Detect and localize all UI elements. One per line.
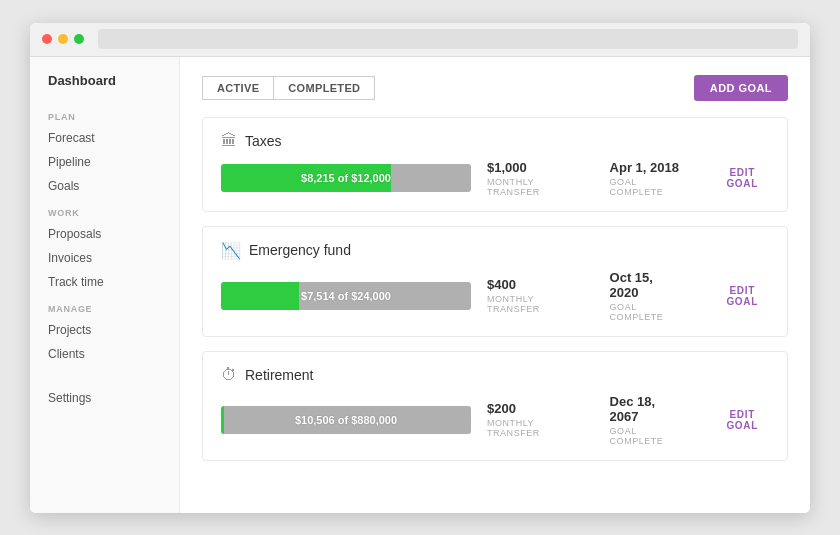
progress-fill-emergency (221, 282, 299, 310)
goal-meta-taxes: $1,000 MONTHLY TRANSFER Apr 1, 2018 GOAL… (487, 160, 769, 197)
goal-card-taxes: 🏛 Taxes $8,215 of $12,000 $1,000 MONTHLY… (202, 117, 788, 212)
browser-bar (30, 23, 810, 57)
tabs-group: ACTIVE COMPLETED (202, 76, 375, 100)
tab-completed[interactable]: COMPLETED (273, 76, 375, 100)
progress-fill-retirement (221, 406, 224, 434)
main-content: ACTIVE COMPLETED ADD GOAL 🏛 Taxes $8,215… (180, 57, 810, 513)
edit-goal-button-retirement[interactable]: EDIT GOAL (715, 409, 769, 431)
transfer-value-retirement: $200 (487, 401, 578, 416)
sidebar-item-goals[interactable]: Goals (30, 174, 179, 198)
sidebar-item-forecast[interactable]: Forecast (30, 126, 179, 150)
progress-bar-emergency: $7,514 of $24,000 (221, 282, 471, 310)
tab-active[interactable]: ACTIVE (202, 76, 273, 100)
goal-title-emergency: Emergency fund (249, 242, 351, 258)
complete-date-retirement: Dec 18, 2067 (610, 394, 684, 424)
goal-card-retirement: ⏱ Retirement $10,506 of $880,000 $200 MO… (202, 351, 788, 461)
goal-body-emergency: $7,514 of $24,000 $400 MONTHLY TRANSFER … (221, 270, 769, 322)
add-goal-button[interactable]: ADD GOAL (694, 75, 788, 101)
progress-bar-taxes: $8,215 of $12,000 (221, 164, 471, 192)
complete-label-retirement: GOAL COMPLETE (610, 426, 684, 446)
sidebar-logo: Dashboard (30, 73, 179, 102)
goal-header-retirement: ⏱ Retirement (221, 366, 769, 384)
tabs-row: ACTIVE COMPLETED ADD GOAL (202, 75, 788, 101)
meta-transfer-taxes: $1,000 MONTHLY TRANSFER (487, 160, 578, 197)
transfer-label-retirement: MONTHLY TRANSFER (487, 418, 578, 438)
transfer-value-emergency: $400 (487, 277, 578, 292)
meta-complete-emergency: Oct 15, 2020 GOAL COMPLETE (610, 270, 684, 322)
meta-complete-taxes: Apr 1, 2018 GOAL COMPLETE (610, 160, 684, 197)
close-dot[interactable] (42, 34, 52, 44)
sidebar-item-invoices[interactable]: Invoices (30, 246, 179, 270)
minimize-dot[interactable] (58, 34, 68, 44)
progress-label-retirement: $10,506 of $880,000 (295, 414, 397, 426)
sidebar-item-projects[interactable]: Projects (30, 318, 179, 342)
sidebar-item-settings[interactable]: Settings (30, 386, 179, 410)
goal-title-taxes: Taxes (245, 133, 282, 149)
url-bar[interactable] (98, 29, 798, 49)
sidebar-item-proposals[interactable]: Proposals (30, 222, 179, 246)
edit-goal-button-taxes[interactable]: EDIT GOAL (715, 167, 769, 189)
sidebar-item-clients[interactable]: Clients (30, 342, 179, 366)
meta-transfer-retirement: $200 MONTHLY TRANSFER (487, 401, 578, 438)
transfer-label-emergency: MONTHLY TRANSFER (487, 294, 578, 314)
sidebar-section-manage: MANAGE (30, 294, 179, 318)
complete-date-emergency: Oct 15, 2020 (610, 270, 684, 300)
progress-label-emergency: $7,514 of $24,000 (301, 290, 391, 302)
app-body: Dashboard PLAN Forecast Pipeline Goals W… (30, 57, 810, 513)
sidebar: Dashboard PLAN Forecast Pipeline Goals W… (30, 57, 180, 513)
emergency-icon: 📉 (221, 241, 241, 260)
retirement-icon: ⏱ (221, 366, 237, 384)
sidebar-item-tracktime[interactable]: Track time (30, 270, 179, 294)
meta-complete-retirement: Dec 18, 2067 GOAL COMPLETE (610, 394, 684, 446)
maximize-dot[interactable] (74, 34, 84, 44)
complete-label-taxes: GOAL COMPLETE (610, 177, 684, 197)
transfer-label-taxes: MONTHLY TRANSFER (487, 177, 578, 197)
goal-header-emergency: 📉 Emergency fund (221, 241, 769, 260)
goal-body-retirement: $10,506 of $880,000 $200 MONTHLY TRANSFE… (221, 394, 769, 446)
goal-body-taxes: $8,215 of $12,000 $1,000 MONTHLY TRANSFE… (221, 160, 769, 197)
sidebar-item-pipeline[interactable]: Pipeline (30, 150, 179, 174)
progress-label-taxes: $8,215 of $12,000 (301, 172, 391, 184)
goal-header-taxes: 🏛 Taxes (221, 132, 769, 150)
meta-transfer-emergency: $400 MONTHLY TRANSFER (487, 277, 578, 314)
complete-label-emergency: GOAL COMPLETE (610, 302, 684, 322)
taxes-icon: 🏛 (221, 132, 237, 150)
progress-bar-retirement: $10,506 of $880,000 (221, 406, 471, 434)
goal-meta-emergency: $400 MONTHLY TRANSFER Oct 15, 2020 GOAL … (487, 270, 769, 322)
edit-goal-button-emergency[interactable]: EDIT GOAL (715, 285, 769, 307)
sidebar-section-plan: PLAN (30, 102, 179, 126)
goal-card-emergency: 📉 Emergency fund $7,514 of $24,000 $400 … (202, 226, 788, 337)
transfer-value-taxes: $1,000 (487, 160, 578, 175)
goal-title-retirement: Retirement (245, 367, 313, 383)
sidebar-section-work: WORK (30, 198, 179, 222)
goal-meta-retirement: $200 MONTHLY TRANSFER Dec 18, 2067 GOAL … (487, 394, 769, 446)
complete-date-taxes: Apr 1, 2018 (610, 160, 684, 175)
browser-window: Dashboard PLAN Forecast Pipeline Goals W… (30, 23, 810, 513)
